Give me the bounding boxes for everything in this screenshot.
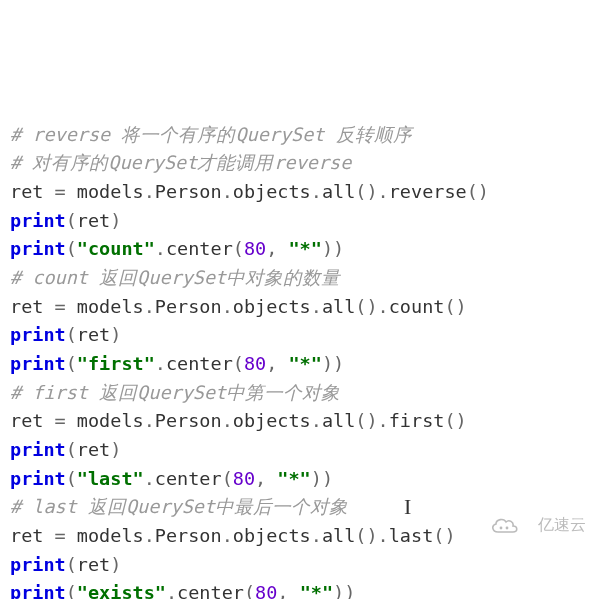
token-op: , — [266, 238, 288, 259]
token-op: ) — [110, 439, 121, 460]
token-keyword: print — [10, 353, 66, 374]
token-string: "exists" — [77, 582, 166, 599]
token-op: )) — [333, 582, 355, 599]
token-op: (). — [355, 410, 388, 431]
token-op: ( — [66, 353, 77, 374]
token-keyword: print — [10, 468, 66, 489]
token-op: () — [433, 525, 455, 546]
token-plain: ret — [77, 210, 110, 231]
token-op: (). — [355, 525, 388, 546]
token-plain: Person — [155, 525, 222, 546]
token-plain: center — [166, 353, 233, 374]
token-op: . — [311, 296, 322, 317]
token-plain: all — [322, 525, 355, 546]
token-keyword: print — [10, 439, 66, 460]
token-op: )) — [322, 238, 344, 259]
token-op: , — [255, 468, 277, 489]
code-line: print(ret) — [10, 207, 584, 236]
code-line: # 对有序的QuerySet才能调用reverse — [10, 149, 584, 178]
token-op: . — [155, 353, 166, 374]
token-op: ( — [66, 468, 77, 489]
token-op: . — [222, 410, 233, 431]
token-plain: ret — [77, 554, 110, 575]
token-string: "last" — [77, 468, 144, 489]
token-plain: objects — [233, 296, 311, 317]
token-op: , — [266, 353, 288, 374]
token-op: = — [55, 410, 66, 431]
token-op: ) — [110, 554, 121, 575]
token-plain: models — [66, 410, 144, 431]
token-op: ( — [66, 210, 77, 231]
comment-text: # count 返回QuerySet中对象的数量 — [10, 267, 340, 288]
code-line: ret = models.Person.objects.all().revers… — [10, 178, 584, 207]
svg-point-0 — [500, 526, 503, 529]
token-plain: Person — [155, 410, 222, 431]
code-line: ret = models.Person.objects.all().count(… — [10, 293, 584, 322]
token-op: ( — [66, 582, 77, 599]
token-keyword: print — [10, 324, 66, 345]
token-op: . — [144, 181, 155, 202]
token-op: ) — [110, 210, 121, 231]
watermark: 亿速云 — [489, 458, 586, 593]
token-op: ( — [66, 238, 77, 259]
token-op: . — [222, 181, 233, 202]
token-op: ( — [222, 468, 233, 489]
token-op: , — [277, 582, 299, 599]
token-plain: Person — [155, 296, 222, 317]
comment-text: # reverse 将一个有序的QuerySet 反转顺序 — [10, 124, 412, 145]
token-op: . — [144, 296, 155, 317]
token-string: "*" — [288, 238, 321, 259]
token-plain: center — [177, 582, 244, 599]
token-keyword: print — [10, 582, 66, 599]
token-op: ( — [66, 324, 77, 345]
cloud-icon — [489, 458, 534, 593]
token-plain: ret — [77, 324, 110, 345]
token-op: ( — [66, 439, 77, 460]
token-plain: ret — [10, 525, 55, 546]
token-plain: models — [66, 181, 144, 202]
token-op: . — [144, 525, 155, 546]
token-string: "*" — [277, 468, 310, 489]
token-op: (). — [355, 296, 388, 317]
token-plain: objects — [233, 525, 311, 546]
token-plain: center — [166, 238, 233, 259]
svg-point-1 — [506, 526, 509, 529]
token-plain: reverse — [389, 181, 467, 202]
token-number: 80 — [244, 238, 266, 259]
code-line: # reverse 将一个有序的QuerySet 反转顺序 — [10, 121, 584, 150]
token-keyword: print — [10, 238, 66, 259]
token-op: . — [166, 582, 177, 599]
token-op: () — [467, 181, 489, 202]
token-op: () — [444, 296, 466, 317]
code-line: print("count".center(80, "*")) — [10, 235, 584, 264]
comment-text: # first 返回QuerySet中第一个对象 — [10, 382, 340, 403]
code-line: # count 返回QuerySet中对象的数量 — [10, 264, 584, 293]
token-plain: ret — [10, 410, 55, 431]
token-op: = — [55, 181, 66, 202]
token-plain: ret — [77, 439, 110, 460]
token-op: () — [444, 410, 466, 431]
code-line: print("first".center(80, "*")) — [10, 350, 584, 379]
token-plain: Person — [155, 181, 222, 202]
token-plain: models — [66, 525, 144, 546]
token-string: "first" — [77, 353, 155, 374]
token-plain: first — [389, 410, 445, 431]
token-plain: last — [389, 525, 434, 546]
token-plain: ret — [10, 181, 55, 202]
watermark-text: 亿速云 — [538, 513, 586, 538]
token-number: 80 — [255, 582, 277, 599]
token-op: ( — [233, 238, 244, 259]
token-plain: center — [155, 468, 222, 489]
token-plain: all — [322, 296, 355, 317]
token-plain: objects — [233, 181, 311, 202]
token-string: "*" — [300, 582, 333, 599]
token-string: "count" — [77, 238, 155, 259]
token-number: 80 — [233, 468, 255, 489]
token-op: . — [311, 410, 322, 431]
token-op: = — [55, 296, 66, 317]
token-plain: all — [322, 410, 355, 431]
token-op: ) — [110, 324, 121, 345]
token-op: . — [155, 238, 166, 259]
comment-text: # 对有序的QuerySet才能调用reverse — [10, 152, 351, 173]
token-op: . — [311, 525, 322, 546]
